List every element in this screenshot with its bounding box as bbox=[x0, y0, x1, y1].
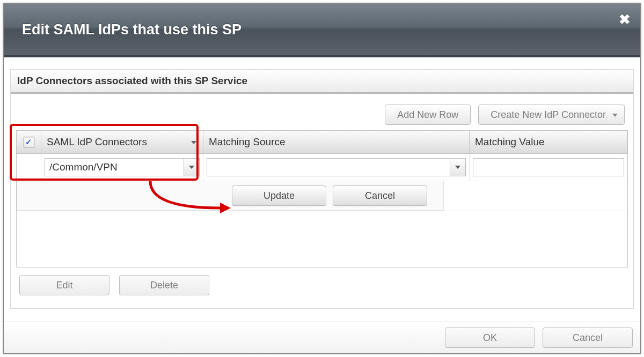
column-header-checkbox[interactable]: ✓ bbox=[17, 131, 41, 153]
row-connector-cell: /Common/VPN bbox=[41, 154, 203, 181]
add-new-row-button[interactable]: Add New Row bbox=[385, 105, 471, 125]
row-inline-actions: Update Cancel bbox=[17, 181, 444, 211]
edit-button[interactable]: Edit bbox=[19, 275, 109, 295]
header-checkbox[interactable]: ✓ bbox=[24, 137, 34, 147]
idp-connectors-panel: IdP Connectors associated with this SP S… bbox=[10, 69, 634, 309]
close-icon[interactable]: ✖ bbox=[619, 12, 631, 26]
chevron-down-icon[interactable] bbox=[184, 159, 199, 176]
update-button[interactable]: Update bbox=[232, 185, 326, 206]
idp-connector-select[interactable]: /Common/VPN bbox=[45, 158, 200, 176]
column-header-matching-value[interactable]: Matching Value bbox=[470, 131, 627, 153]
dialog-body: IdP Connectors associated with this SP S… bbox=[4, 57, 640, 322]
matching-value-input[interactable] bbox=[473, 158, 624, 176]
panel-bottom-actions: Edit Delete bbox=[16, 267, 628, 298]
row-value-cell bbox=[470, 154, 627, 181]
cancel-button[interactable]: Cancel bbox=[543, 328, 633, 348]
create-new-idp-connector-button[interactable]: Create New IdP Connector bbox=[478, 105, 625, 125]
panel-toolbar: Add New Row Create New IdP Connector bbox=[16, 99, 628, 130]
column-header-connectors[interactable]: SAML IdP Connectors bbox=[41, 131, 203, 153]
idp-connector-value: /Common/VPN bbox=[49, 161, 118, 173]
dialog-title: Edit SAML IdPs that use this SP bbox=[22, 21, 241, 38]
ok-button[interactable]: OK bbox=[445, 328, 535, 348]
panel-header: IdP Connectors associated with this SP S… bbox=[11, 70, 633, 94]
table-row: /Common/VPN bbox=[17, 154, 627, 181]
edit-saml-idp-dialog: Edit SAML IdPs that use this SP ✖ IdP Co… bbox=[3, 3, 641, 354]
chevron-down-icon[interactable] bbox=[450, 159, 465, 176]
panel-body: Add New Row Create New IdP Connector ✓ S… bbox=[11, 94, 633, 308]
matching-source-select[interactable] bbox=[207, 158, 466, 176]
column-header-matching-source[interactable]: Matching Source bbox=[203, 131, 470, 153]
grid-header-row: ✓ SAML IdP Connectors Matching Source Ma… bbox=[17, 130, 627, 154]
row-source-cell bbox=[203, 154, 470, 181]
connectors-grid: ✓ SAML IdP Connectors Matching Source Ma… bbox=[16, 130, 628, 267]
row-checkbox-cell bbox=[17, 154, 41, 181]
dialog-footer: OK Cancel bbox=[4, 322, 640, 353]
delete-button[interactable]: Delete bbox=[119, 275, 209, 295]
grid-empty-area bbox=[17, 211, 627, 267]
dialog-titlebar: Edit SAML IdPs that use this SP ✖ bbox=[4, 4, 640, 57]
cancel-row-button[interactable]: Cancel bbox=[333, 185, 427, 206]
